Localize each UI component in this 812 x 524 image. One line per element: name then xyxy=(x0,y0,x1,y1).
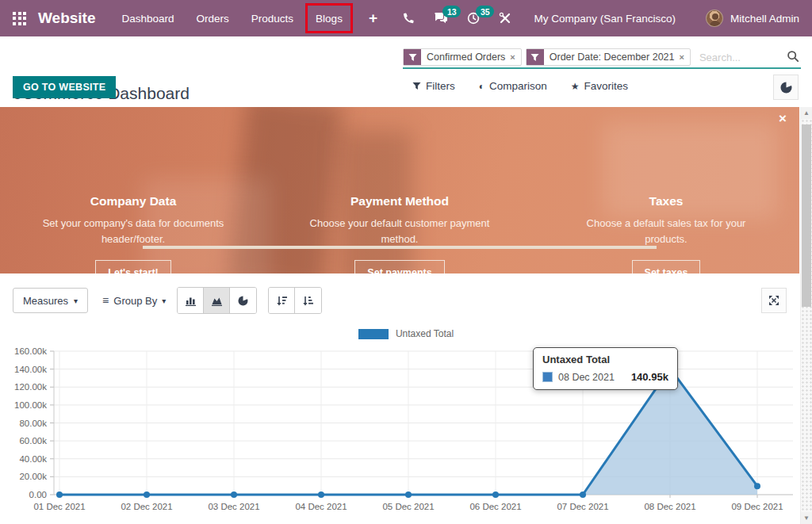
filters-funnel-icon xyxy=(412,82,421,90)
legend-label: Untaxed Total xyxy=(396,328,454,339)
facet-remove-icon[interactable]: × xyxy=(510,52,515,62)
sort-ascending-button[interactable] xyxy=(295,288,321,313)
comparison-icon: ◐ xyxy=(479,81,485,92)
step-title: Taxes xyxy=(533,194,799,208)
data-point[interactable] xyxy=(405,491,412,498)
scroll-down-icon[interactable]: ▼ xyxy=(801,512,812,524)
data-point[interactable] xyxy=(754,483,760,489)
vertical-scrollbar[interactable]: ▲ ▼ xyxy=(800,107,812,524)
y-tick-label: 60.00k xyxy=(19,436,47,446)
comparison-menu-label: Comparison xyxy=(489,80,547,92)
y-tick-label: 20.00k xyxy=(19,472,47,481)
search-facet-confirmed-orders[interactable]: Confirmed Orders × xyxy=(403,48,522,66)
step-description: Choose your default customer payment met… xyxy=(304,216,495,247)
messages-icon[interactable]: 13 xyxy=(434,12,448,25)
onboarding-step-payment-method: Payment Method Choose your default custo… xyxy=(266,194,533,273)
bar-chart-icon xyxy=(185,295,197,307)
x-tick-label: 06 Dec 2021 xyxy=(469,502,521,511)
facet-filter-icon xyxy=(404,49,421,65)
banner-close-icon[interactable]: × xyxy=(779,112,787,125)
search-facet-order-date[interactable]: Order Date: December 2021 × xyxy=(526,48,691,66)
y-tick-label: 120.00k xyxy=(14,382,47,392)
chart-type-switcher xyxy=(177,287,257,314)
dashboard-view-button[interactable] xyxy=(773,75,799,100)
go-to-website-button[interactable]: GO TO WEBSITE xyxy=(13,76,116,98)
tooltip-label: 08 Dec 2021 xyxy=(558,372,615,383)
scrollbar-thumb[interactable] xyxy=(802,124,811,307)
favorites-menu[interactable]: ★ Favorites xyxy=(571,80,628,92)
chart-toolbar: Measures ▾ ≡ Group By ▾ xyxy=(13,287,799,314)
scroll-up-icon[interactable]: ▲ xyxy=(801,107,812,119)
search-options: Filters ◐ Comparison ★ Favorites xyxy=(412,80,628,92)
nav-item-blogs[interactable]: Blogs xyxy=(315,11,343,26)
facet-label: Confirmed Orders xyxy=(427,52,505,63)
company-switcher[interactable]: My Company (San Francisco) xyxy=(534,13,676,25)
step-title: Company Data xyxy=(0,194,266,208)
comparison-menu[interactable]: ◐ Comparison xyxy=(479,80,547,92)
x-tick-label: 05 Dec 2021 xyxy=(382,502,434,511)
bar-chart-button[interactable] xyxy=(178,288,204,313)
menu-lines-icon: ≡ xyxy=(102,294,109,307)
y-tick-label: 140.00k xyxy=(14,365,47,374)
set-payments-button[interactable]: Set payments xyxy=(354,260,444,273)
set-taxes-button[interactable]: Set taxes xyxy=(632,260,701,273)
nav-menu: Dashboard Orders Products Blogs xyxy=(121,11,343,26)
onboarding-banner: × Company Data Set your company's data f… xyxy=(0,107,799,273)
search-icon[interactable] xyxy=(785,50,801,65)
apps-menu-icon[interactable] xyxy=(13,12,26,25)
group-by-button[interactable]: ≡ Group By ▾ xyxy=(102,294,166,307)
sort-desc-icon xyxy=(276,295,288,307)
developer-tools-icon[interactable] xyxy=(499,12,511,25)
x-tick-label: 01 Dec 2021 xyxy=(33,502,85,511)
legend-swatch[interactable] xyxy=(358,329,389,339)
measures-button[interactable]: Measures ▾ xyxy=(13,288,88,313)
expand-arrows-icon xyxy=(768,295,779,306)
chart-area: Untaxed Total 0.0020.00k40.00k60.00k80.0… xyxy=(0,324,812,516)
navbar-systray: 13 35 My Company (San Francisco) Mitchel… xyxy=(402,10,799,27)
expand-fullscreen-button[interactable] xyxy=(761,288,787,313)
pie-gauge-icon xyxy=(779,81,793,94)
top-navbar: Website Dashboard Orders Products Blogs … xyxy=(0,0,812,36)
new-content-plus-icon[interactable]: + xyxy=(369,10,377,27)
sort-switcher xyxy=(268,287,322,314)
tooltip-series-swatch xyxy=(542,372,553,382)
data-point[interactable] xyxy=(231,491,237,498)
messages-count-badge: 13 xyxy=(442,6,461,17)
activities-count-badge: 35 xyxy=(476,6,494,17)
step-description: Choose a default sales tax for your prod… xyxy=(571,216,761,247)
activities-clock-icon[interactable]: 35 xyxy=(467,12,480,25)
onboarding-step-company-data: Company Data Set your company's data for… xyxy=(0,194,266,273)
x-tick-label: 08 Dec 2021 xyxy=(644,502,695,511)
area-chart-icon xyxy=(211,295,223,307)
facet-remove-icon[interactable]: × xyxy=(680,52,684,62)
data-point[interactable] xyxy=(492,491,499,498)
data-point[interactable] xyxy=(580,491,586,498)
y-tick-label: 40.00k xyxy=(19,454,47,464)
filters-menu[interactable]: Filters xyxy=(412,80,455,92)
area-chart-button[interactable] xyxy=(204,288,230,313)
voip-phone-icon[interactable] xyxy=(402,12,415,25)
tooltip-value: 140.95k xyxy=(620,371,668,383)
avatar xyxy=(706,10,723,27)
user-menu[interactable]: Mitchell Admin xyxy=(706,10,799,27)
app-brand[interactable]: Website xyxy=(38,10,96,27)
sort-asc-icon xyxy=(302,295,314,307)
data-point[interactable] xyxy=(144,491,150,498)
nav-item-dashboard[interactable]: Dashboard xyxy=(121,11,175,26)
data-point[interactable] xyxy=(318,491,324,498)
x-tick-label: 03 Dec 2021 xyxy=(208,502,259,511)
group-by-label: Group By xyxy=(113,295,157,307)
pie-chart-icon xyxy=(237,295,249,307)
pie-chart-button[interactable] xyxy=(230,288,256,313)
sort-descending-button[interactable] xyxy=(269,288,295,313)
nav-item-orders[interactable]: Orders xyxy=(196,11,230,26)
nav-item-products[interactable]: Products xyxy=(251,11,294,26)
lets-start-button[interactable]: Let's start! xyxy=(95,260,170,273)
step-description: Set your company's data for documents he… xyxy=(38,216,228,247)
chart-legend: Untaxed Total xyxy=(0,324,812,343)
data-point[interactable] xyxy=(56,491,63,498)
user-name: Mitchell Admin xyxy=(730,13,799,25)
chevron-down-icon: ▾ xyxy=(162,296,166,305)
chart-tooltip: Untaxed Total 08 Dec 2021 140.95k xyxy=(533,347,678,390)
search-input[interactable] xyxy=(695,52,785,63)
